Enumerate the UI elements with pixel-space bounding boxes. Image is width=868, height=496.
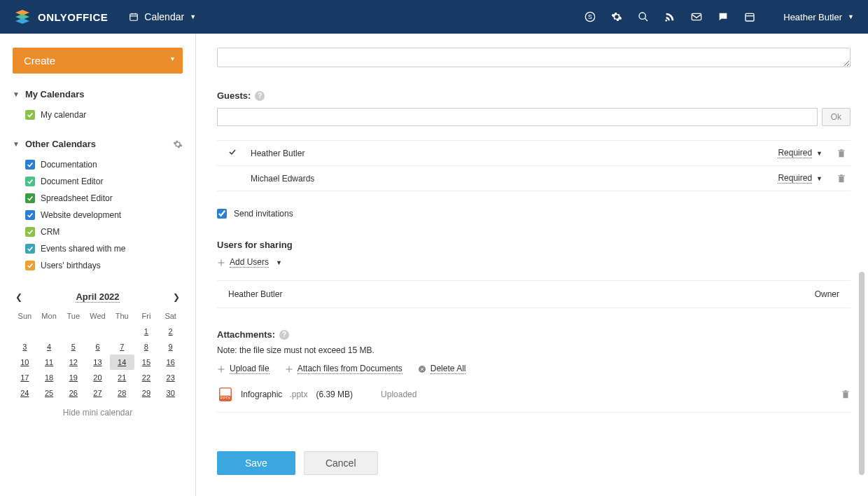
guest-required-dropdown[interactable]: Required xyxy=(778,173,812,184)
mini-cal-day[interactable]: 4 xyxy=(37,339,62,354)
guest-required-dropdown[interactable]: Required xyxy=(778,148,812,158)
guests-input[interactable] xyxy=(217,108,818,126)
svg-rect-11 xyxy=(692,13,701,20)
mini-cal-day[interactable]: 18 xyxy=(37,370,62,385)
mail-icon[interactable] xyxy=(691,11,702,22)
mini-cal-day[interactable]: 7 xyxy=(110,339,134,354)
calendar-checkbox[interactable] xyxy=(25,227,35,237)
search-icon[interactable] xyxy=(638,11,649,22)
send-invitations-row[interactable]: Send invitations xyxy=(217,209,850,219)
gear-icon[interactable] xyxy=(173,139,183,149)
mini-cal-day[interactable]: 15 xyxy=(134,354,159,370)
mini-cal-day[interactable]: 1 xyxy=(134,324,159,339)
dow-label: Mon xyxy=(37,308,62,324)
feed-icon[interactable] xyxy=(664,11,676,22)
mini-cal-day[interactable]: 6 xyxy=(85,339,110,354)
delete-icon[interactable] xyxy=(836,174,846,184)
mini-cal-day[interactable]: 13 xyxy=(85,354,110,370)
calendar-item[interactable]: Document Editor xyxy=(25,173,183,190)
other-calendars-header[interactable]: ▼ Other Calendars xyxy=(13,139,183,149)
calendar-item[interactable]: Website development xyxy=(25,207,183,223)
svg-rect-3 xyxy=(130,14,138,20)
prev-month-button[interactable]: ❮ xyxy=(15,292,22,302)
calendar-item[interactable]: CRM xyxy=(25,223,183,240)
calendar-checkbox[interactable] xyxy=(25,160,35,170)
delete-icon[interactable] xyxy=(841,390,850,399)
cancel-button[interactable]: Cancel xyxy=(304,451,378,475)
mini-cal-day[interactable]: 29 xyxy=(134,385,159,401)
mini-cal-day[interactable]: 26 xyxy=(61,385,85,401)
mini-cal-day-empty xyxy=(85,324,110,339)
help-icon[interactable]: ? xyxy=(279,330,289,340)
user-name: Heather Butler xyxy=(783,12,842,22)
calendar-item[interactable]: Spreadsheet Editor xyxy=(25,190,183,207)
next-month-button[interactable]: ❯ xyxy=(173,292,180,302)
mini-cal-day[interactable]: 19 xyxy=(61,370,85,385)
mini-cal-day[interactable]: 2 xyxy=(158,324,183,339)
mini-cal-day[interactable]: 25 xyxy=(37,385,62,401)
calendar-nav-icon[interactable] xyxy=(744,11,755,22)
add-users-label: Add Users xyxy=(230,257,269,268)
mini-cal-day[interactable]: 5 xyxy=(61,339,85,354)
upload-file-button[interactable]: Upload file xyxy=(217,364,270,374)
calendar-label: Users' birthdays xyxy=(41,261,101,270)
app-selector[interactable]: Calendar ▼ xyxy=(129,11,196,22)
mini-cal-day[interactable]: 3 xyxy=(13,339,37,354)
calendar-checkbox[interactable] xyxy=(25,177,35,186)
calendar-item[interactable]: Events shared with me xyxy=(25,240,183,257)
save-button[interactable]: Save xyxy=(217,451,295,475)
mini-cal-day[interactable]: 21 xyxy=(110,370,134,385)
create-button[interactable]: Create xyxy=(13,48,183,74)
file-status: Uploaded xyxy=(381,390,416,399)
chevron-down-icon: ▼ xyxy=(816,175,822,182)
calendar-checkbox[interactable] xyxy=(25,193,35,203)
calendar-item[interactable]: Users' birthdays xyxy=(25,257,183,274)
chevron-down-icon: ▼ xyxy=(276,259,282,266)
mini-cal-day[interactable]: 8 xyxy=(134,339,159,354)
mini-cal-day[interactable]: 12 xyxy=(61,354,85,370)
description-textarea[interactable] xyxy=(217,48,850,67)
mini-cal-day[interactable]: 9 xyxy=(158,339,183,354)
mini-cal-day-empty xyxy=(110,324,134,339)
mini-cal-day[interactable]: 14 xyxy=(110,354,134,370)
help-icon[interactable]: ? xyxy=(255,91,265,101)
calendar-checkbox[interactable] xyxy=(25,110,35,120)
hide-mini-calendar-link[interactable]: Hide mini calendar xyxy=(13,408,183,418)
calendar-label: CRM xyxy=(41,227,59,237)
file-name: Infographic xyxy=(241,390,282,399)
calendar-item[interactable]: Documentation xyxy=(25,156,183,173)
mini-cal-day[interactable]: 22 xyxy=(134,370,159,385)
mini-cal-day[interactable]: 16 xyxy=(158,354,183,370)
dow-label: Fri xyxy=(134,308,159,324)
mini-cal-day[interactable]: 20 xyxy=(85,370,110,385)
calendar-item[interactable]: My calendar xyxy=(25,106,183,123)
mini-cal-day[interactable]: 11 xyxy=(37,354,62,370)
add-users-button[interactable]: Add Users ▼ xyxy=(217,257,850,268)
file-pptx-icon: PPTX xyxy=(217,387,234,402)
mini-cal-day[interactable]: 24 xyxy=(13,385,37,401)
calendar-checkbox[interactable] xyxy=(25,210,35,220)
delete-icon[interactable] xyxy=(836,149,846,158)
calendar-checkbox[interactable] xyxy=(25,244,35,254)
calendar-label: My calendar xyxy=(41,110,86,120)
present-icon[interactable]: S xyxy=(584,11,596,22)
svg-line-10 xyxy=(645,18,648,21)
send-invitations-checkbox[interactable] xyxy=(217,209,227,219)
mini-cal-title[interactable]: April 2022 xyxy=(76,291,119,303)
logo-group[interactable]: ONLYOFFICE xyxy=(14,8,108,25)
mini-cal-day[interactable]: 10 xyxy=(13,354,37,370)
gear-icon[interactable] xyxy=(611,11,622,22)
chat-icon[interactable] xyxy=(718,11,729,22)
mini-cal-day[interactable]: 23 xyxy=(158,370,183,385)
user-menu[interactable]: Heather Butler ▼ xyxy=(783,12,854,22)
calendar-checkbox[interactable] xyxy=(25,261,35,270)
mini-cal-day[interactable]: 17 xyxy=(13,370,37,385)
my-calendars-header[interactable]: ▼ My Calendars xyxy=(13,89,183,99)
delete-all-button[interactable]: Delete All xyxy=(418,364,466,374)
ok-button[interactable]: Ok xyxy=(822,108,850,126)
mini-cal-day[interactable]: 28 xyxy=(110,385,134,401)
scrollbar[interactable] xyxy=(859,272,864,475)
mini-cal-day[interactable]: 30 xyxy=(158,385,183,401)
mini-cal-day[interactable]: 27 xyxy=(85,385,110,401)
attach-from-documents-button[interactable]: Attach files from Documents xyxy=(285,364,402,374)
